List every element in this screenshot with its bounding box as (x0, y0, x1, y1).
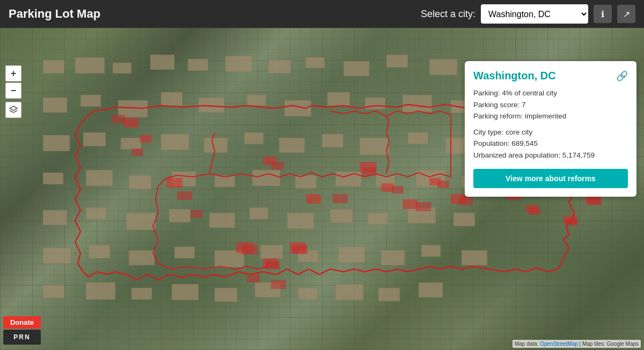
city-type-line: City type: core city (473, 126, 628, 138)
parking-highlight (263, 258, 278, 268)
openstreetmap-link[interactable]: OpenStreetMap (540, 341, 578, 347)
parking-highlight (402, 199, 418, 209)
external-link-button[interactable]: ↗ (617, 5, 635, 23)
header-controls: Select a city: Washington, DCNew York, N… (421, 4, 635, 24)
info-button[interactable]: ℹ (594, 5, 612, 23)
view-reforms-button[interactable]: View more about reforms (473, 169, 628, 188)
parking-highlight (123, 118, 138, 128)
prn-logo: PRN (3, 330, 41, 345)
donate-button[interactable]: Donate (3, 316, 41, 329)
city-info-group: City type: core city Population: 689,545… (473, 126, 628, 161)
parking-reform-line: Parking reform: implemented (473, 110, 628, 122)
app-title: Parking Lot Map (9, 7, 100, 21)
population-line: Population: 689,545 (473, 138, 628, 150)
city-dropdown[interactable]: Washington, DCNew York, NYLos Angeles, C… (481, 4, 588, 24)
parking-highlight (166, 178, 182, 188)
parking-highlight (526, 205, 538, 212)
attribution: Map data: OpenStreetMap | Map tiles: Goo… (513, 340, 641, 348)
zoom-in-button[interactable]: + (5, 65, 21, 81)
popup-city-name: Washington, DC (473, 70, 556, 82)
parking-highlight (360, 162, 377, 173)
parking-score-line: Parking score: 7 (473, 99, 628, 111)
parking-highlight (263, 157, 276, 165)
city-select-label: Select a city: (421, 9, 475, 20)
external-link-icon: ↗ (623, 9, 630, 19)
popup-header: Washington, DC 🔗 (473, 70, 628, 82)
donate-area: Donate PRN (3, 316, 41, 345)
parking-pct-line: Parking: 4% of central city (473, 87, 628, 99)
zoom-out-button[interactable]: − (5, 83, 21, 99)
parking-info-group: Parking: 4% of central city Parking scor… (473, 87, 628, 122)
parking-highlight (451, 194, 467, 204)
parking-highlight (236, 242, 253, 253)
city-info-popup: Washington, DC 🔗 Parking: 4% of central … (465, 61, 636, 197)
parking-highlight (381, 183, 394, 192)
map-controls: + − (5, 65, 21, 118)
parking-highlight (290, 242, 306, 253)
layer-button[interactable] (5, 102, 21, 118)
map-container[interactable]: + − Washington, DC 🔗 Parking: 4% of cent… (0, 28, 644, 350)
parking-highlight (140, 135, 151, 143)
header-bar: Parking Lot Map Select a city: Washingto… (0, 0, 644, 28)
svg-marker-22 (10, 106, 17, 110)
popup-external-link-icon[interactable]: 🔗 (616, 70, 628, 82)
parking-highlight (429, 178, 441, 185)
urbanized-pop-line: Urbanized area population: 5,174,759 (473, 150, 628, 161)
info-icon: ℹ (601, 9, 604, 19)
attribution-text: Map data: OpenStreetMap | Map tiles: Goo… (515, 341, 639, 347)
parking-highlight (306, 194, 321, 204)
parking-highlight (564, 215, 577, 224)
layers-icon (9, 105, 18, 115)
